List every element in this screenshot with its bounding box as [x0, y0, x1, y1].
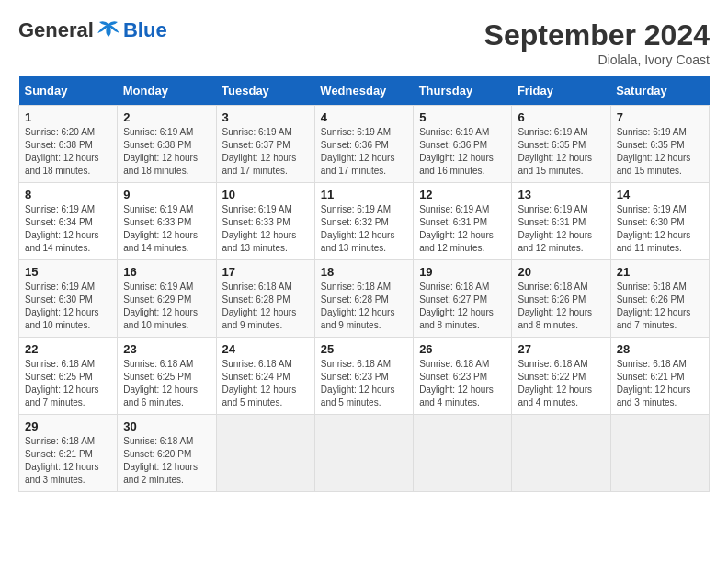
day-number: 10 [222, 188, 309, 201]
page-header: General Blue September 2024 Diolala, Ivo… [18, 18, 710, 67]
day-number: 23 [123, 342, 210, 356]
table-row: 1Sunrise: 6:20 AM Sunset: 6:38 PM Daylig… [19, 106, 118, 183]
day-info: Sunrise: 6:18 AM Sunset: 6:24 PM Dayligh… [222, 358, 309, 409]
header-friday: Friday [512, 76, 610, 106]
day-info: Sunrise: 6:18 AM Sunset: 6:27 PM Dayligh… [419, 281, 506, 332]
logo-bird-icon [96, 20, 121, 40]
day-number: 29 [25, 419, 111, 433]
day-number: 27 [518, 342, 604, 356]
table-row: 2Sunrise: 6:19 AM Sunset: 6:38 PM Daylig… [118, 106, 216, 183]
header-sunday: Sunday [19, 76, 118, 106]
day-info: Sunrise: 6:18 AM Sunset: 6:28 PM Dayligh… [222, 281, 309, 332]
day-info: Sunrise: 6:19 AM Sunset: 6:33 PM Dayligh… [123, 203, 210, 255]
calendar-table: Sunday Monday Tuesday Wednesday Thursday… [18, 76, 710, 492]
calendar-week-row: 1Sunrise: 6:20 AM Sunset: 6:38 PM Daylig… [19, 106, 710, 183]
calendar-week-row: 15Sunrise: 6:19 AM Sunset: 6:30 PM Dayli… [19, 260, 710, 338]
day-info: Sunrise: 6:18 AM Sunset: 6:21 PM Dayligh… [617, 358, 703, 409]
day-info: Sunrise: 6:19 AM Sunset: 6:32 PM Dayligh… [321, 203, 407, 255]
table-row: 13Sunrise: 6:19 AM Sunset: 6:31 PM Dayli… [512, 183, 610, 260]
day-info: Sunrise: 6:18 AM Sunset: 6:23 PM Dayligh… [321, 358, 407, 409]
day-number: 24 [222, 342, 309, 356]
day-info: Sunrise: 6:18 AM Sunset: 6:26 PM Dayligh… [518, 281, 604, 332]
header-saturday: Saturday [610, 76, 709, 106]
header-thursday: Thursday [414, 76, 512, 106]
logo-text-blue: Blue [123, 18, 167, 42]
table-row: 19Sunrise: 6:18 AM Sunset: 6:27 PM Dayli… [414, 260, 512, 338]
table-row [610, 415, 709, 492]
table-row: 24Sunrise: 6:18 AM Sunset: 6:24 PM Dayli… [216, 338, 314, 415]
day-number: 15 [25, 265, 111, 279]
table-row: 12Sunrise: 6:19 AM Sunset: 6:31 PM Dayli… [414, 183, 512, 260]
day-info: Sunrise: 6:19 AM Sunset: 6:30 PM Dayligh… [25, 281, 111, 332]
table-row: 5Sunrise: 6:19 AM Sunset: 6:36 PM Daylig… [414, 106, 512, 183]
day-info: Sunrise: 6:19 AM Sunset: 6:30 PM Dayligh… [617, 203, 703, 255]
day-number: 26 [419, 342, 506, 356]
table-row: 30Sunrise: 6:18 AM Sunset: 6:20 PM Dayli… [118, 415, 216, 492]
table-row [512, 415, 610, 492]
table-row: 10Sunrise: 6:19 AM Sunset: 6:33 PM Dayli… [216, 183, 314, 260]
day-number: 7 [617, 110, 703, 124]
table-row: 8Sunrise: 6:19 AM Sunset: 6:34 PM Daylig… [19, 183, 118, 260]
day-number: 12 [419, 188, 506, 201]
table-row: 26Sunrise: 6:18 AM Sunset: 6:23 PM Dayli… [414, 338, 512, 415]
day-info: Sunrise: 6:19 AM Sunset: 6:33 PM Dayligh… [222, 203, 309, 255]
day-info: Sunrise: 6:19 AM Sunset: 6:31 PM Dayligh… [518, 203, 604, 255]
day-number: 18 [321, 265, 407, 279]
day-info: Sunrise: 6:19 AM Sunset: 6:29 PM Dayligh… [123, 281, 210, 332]
table-row: 11Sunrise: 6:19 AM Sunset: 6:32 PM Dayli… [314, 183, 413, 260]
day-info: Sunrise: 6:19 AM Sunset: 6:35 PM Dayligh… [617, 126, 703, 178]
day-info: Sunrise: 6:20 AM Sunset: 6:38 PM Dayligh… [25, 126, 111, 178]
table-row: 18Sunrise: 6:18 AM Sunset: 6:28 PM Dayli… [314, 260, 413, 338]
day-number: 14 [617, 188, 703, 201]
day-number: 6 [518, 110, 604, 124]
day-number: 11 [321, 188, 407, 201]
table-row: 28Sunrise: 6:18 AM Sunset: 6:21 PM Dayli… [610, 338, 709, 415]
day-info: Sunrise: 6:19 AM Sunset: 6:37 PM Dayligh… [222, 126, 309, 178]
table-row: 9Sunrise: 6:19 AM Sunset: 6:33 PM Daylig… [118, 183, 216, 260]
day-number: 21 [617, 265, 703, 279]
calendar-header-row: Sunday Monday Tuesday Wednesday Thursday… [19, 76, 710, 106]
table-row: 21Sunrise: 6:18 AM Sunset: 6:26 PM Dayli… [610, 260, 709, 338]
table-row: 4Sunrise: 6:19 AM Sunset: 6:36 PM Daylig… [314, 106, 413, 183]
day-info: Sunrise: 6:19 AM Sunset: 6:36 PM Dayligh… [321, 126, 407, 178]
day-number: 13 [518, 188, 604, 201]
day-info: Sunrise: 6:18 AM Sunset: 6:26 PM Dayligh… [617, 281, 703, 332]
table-row: 17Sunrise: 6:18 AM Sunset: 6:28 PM Dayli… [216, 260, 314, 338]
day-number: 19 [419, 265, 506, 279]
day-number: 16 [123, 265, 210, 279]
day-info: Sunrise: 6:19 AM Sunset: 6:36 PM Dayligh… [419, 126, 506, 178]
table-row: 7Sunrise: 6:19 AM Sunset: 6:35 PM Daylig… [610, 106, 709, 183]
day-info: Sunrise: 6:18 AM Sunset: 6:23 PM Dayligh… [419, 358, 506, 409]
day-number: 30 [123, 419, 210, 433]
location: Diolala, Ivory Coast [484, 52, 710, 67]
table-row: 22Sunrise: 6:18 AM Sunset: 6:25 PM Dayli… [19, 338, 118, 415]
day-number: 20 [518, 265, 604, 279]
calendar-week-row: 22Sunrise: 6:18 AM Sunset: 6:25 PM Dayli… [19, 338, 710, 415]
table-row: 20Sunrise: 6:18 AM Sunset: 6:26 PM Dayli… [512, 260, 610, 338]
table-row: 27Sunrise: 6:18 AM Sunset: 6:22 PM Dayli… [512, 338, 610, 415]
day-info: Sunrise: 6:18 AM Sunset: 6:25 PM Dayligh… [25, 358, 111, 409]
table-row [216, 415, 314, 492]
table-row [314, 415, 413, 492]
day-info: Sunrise: 6:19 AM Sunset: 6:34 PM Dayligh… [25, 203, 111, 255]
day-number: 1 [25, 110, 111, 124]
day-info: Sunrise: 6:19 AM Sunset: 6:35 PM Dayligh… [518, 126, 604, 178]
header-monday: Monday [118, 76, 216, 106]
table-row [414, 415, 512, 492]
table-row: 16Sunrise: 6:19 AM Sunset: 6:29 PM Dayli… [118, 260, 216, 338]
calendar-week-row: 29Sunrise: 6:18 AM Sunset: 6:21 PM Dayli… [19, 415, 710, 492]
header-wednesday: Wednesday [314, 76, 413, 106]
title-section: September 2024 Diolala, Ivory Coast [484, 18, 710, 67]
day-info: Sunrise: 6:19 AM Sunset: 6:38 PM Dayligh… [123, 126, 210, 178]
table-row: 23Sunrise: 6:18 AM Sunset: 6:25 PM Dayli… [118, 338, 216, 415]
day-number: 17 [222, 265, 309, 279]
day-number: 25 [321, 342, 407, 356]
header-tuesday: Tuesday [216, 76, 314, 106]
day-number: 8 [25, 188, 111, 201]
table-row: 6Sunrise: 6:19 AM Sunset: 6:35 PM Daylig… [512, 106, 610, 183]
day-number: 3 [222, 110, 309, 124]
month-title: September 2024 [484, 18, 710, 52]
day-info: Sunrise: 6:18 AM Sunset: 6:20 PM Dayligh… [123, 435, 210, 487]
day-info: Sunrise: 6:18 AM Sunset: 6:22 PM Dayligh… [518, 358, 604, 409]
logo-text-general: General [18, 18, 94, 42]
